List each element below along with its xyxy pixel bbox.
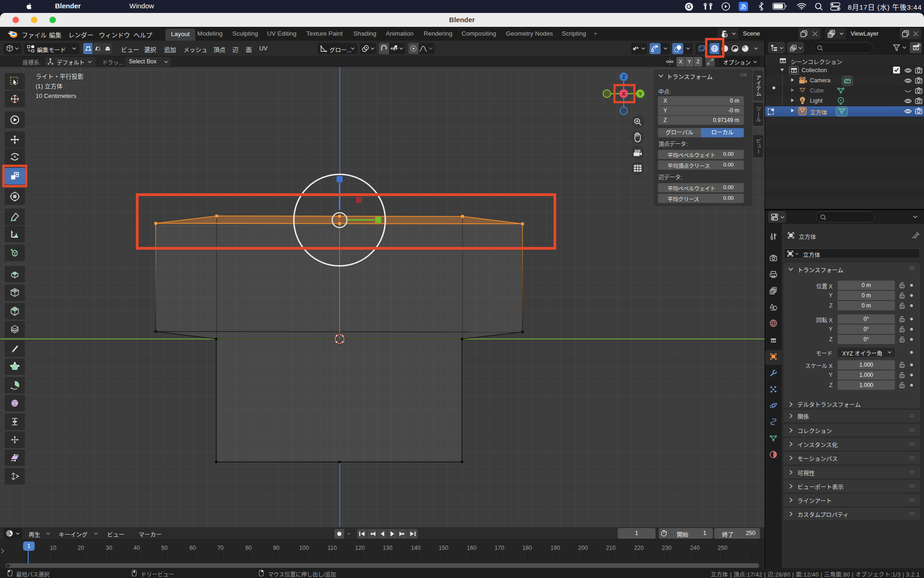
svg-text:Y: Y [638, 91, 642, 97]
svg-text:X: X [622, 91, 626, 97]
svg-text:Z: Z [622, 74, 626, 80]
